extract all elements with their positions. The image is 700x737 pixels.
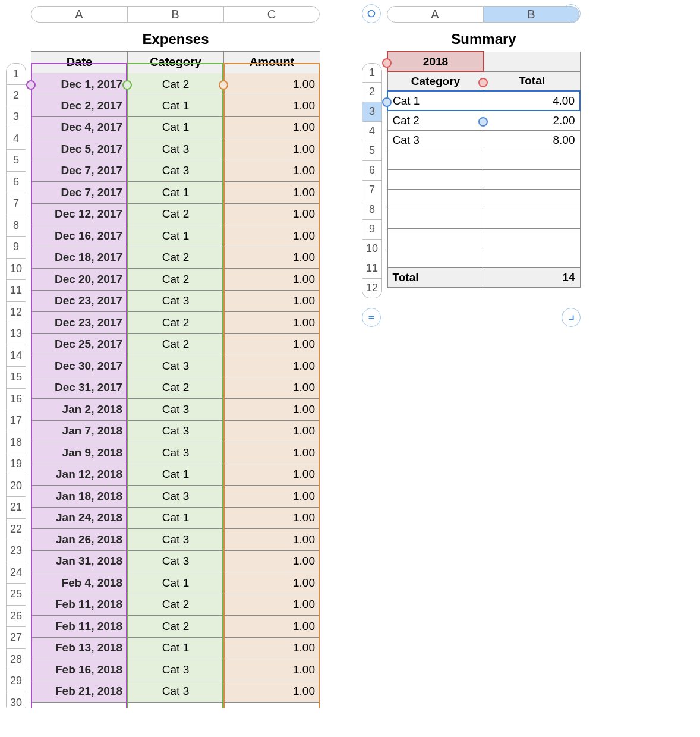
cell-category[interactable]: Cat 2 [128,312,224,334]
cell-category[interactable]: Cat 1 [128,182,224,204]
cell-amount[interactable]: 1.00 [224,681,320,703]
table-row[interactable]: Feb 11, 2018Cat 21.00 [31,594,320,616]
table-row[interactable]: Jan 24, 2018Cat 11.00 [31,507,320,529]
row-number[interactable]: 28 [6,649,26,671]
table-row[interactable]: Cat 22.00 [387,111,580,130]
table-row[interactable]: Jan 31, 2018Cat 31.00 [31,550,320,572]
cell-category[interactable]: Cat 3 [128,550,224,572]
cell-date[interactable]: Dec 2, 2017 [31,95,128,117]
cell-category[interactable]: Cat 2 [128,73,224,95]
cell-empty[interactable] [484,169,580,189]
cell-amount[interactable]: 1.00 [224,616,320,638]
table-row[interactable]: Total14 [387,267,580,287]
table-row[interactable]: Jan 7, 2018Cat 31.00 [31,420,320,442]
cell-amount[interactable]: 1.00 [224,290,320,312]
cell-date[interactable]: Dec 16, 2017 [31,225,128,247]
row-number[interactable]: 7 [362,181,382,200]
cell-category[interactable]: Cat 3 [128,160,224,182]
table-row[interactable]: Jan 26, 2018Cat 31.00 [31,529,320,551]
cell-category[interactable]: Cat 3 [128,486,224,508]
row-number[interactable]: 25 [6,584,26,606]
cell-amount[interactable]: 1.00 [224,160,320,182]
cell-category[interactable]: Cat 2 [387,111,484,130]
table-row[interactable]: Dec 4, 2017Cat 11.00 [31,116,320,138]
table-row[interactable] [387,150,580,169]
row-number[interactable]: 26 [6,606,26,628]
table-row[interactable]: Dec 30, 2017Cat 31.00 [31,355,320,377]
cell-amount[interactable]: 1.00 [224,659,320,681]
row-number[interactable]: 22 [6,519,26,541]
cell-date[interactable]: Jan 9, 2018 [31,442,128,464]
header-category[interactable]: Category [387,71,484,91]
cell-total[interactable]: 4.00 [484,91,580,111]
cell-empty[interactable] [484,52,580,71]
cell-amount[interactable]: 1.00 [224,464,320,486]
cell-empty[interactable] [387,209,484,228]
cell-date[interactable]: Dec 4, 2017 [31,116,128,138]
cell-empty[interactable] [484,189,580,209]
cell-date[interactable]: Dec 5, 2017 [31,138,128,160]
cell-date[interactable]: Jan 31, 2018 [31,550,128,572]
cell-amount[interactable]: 1.00 [224,182,320,204]
cell-empty[interactable] [484,248,580,267]
cell-empty[interactable] [387,150,484,169]
cell-amount[interactable]: 1.00 [224,225,320,247]
table-row[interactable] [387,209,580,228]
row-number[interactable]: 12 [362,279,382,298]
row-number[interactable]: 29 [6,670,26,692]
cell-amount[interactable]: 1.00 [224,572,320,594]
expenses-table[interactable]: Date Category Amount Dec 1, 2017Cat 21.0… [31,51,320,703]
cell-category[interactable]: Cat 1 [128,225,224,247]
row-number[interactable]: 13 [6,323,26,345]
cell-date[interactable]: Jan 2, 2018 [31,399,128,421]
row-number[interactable]: 8 [362,200,382,220]
table-row[interactable]: Jan 12, 2018Cat 11.00 [31,464,320,486]
expenses-header-row[interactable]: Date Category Amount [31,52,320,74]
table-row[interactable]: Dec 23, 2017Cat 31.00 [31,290,320,312]
row-number[interactable]: 18 [6,432,26,454]
row-number[interactable]: 8 [6,215,26,237]
cell-amount[interactable]: 1.00 [224,442,320,464]
table-row[interactable]: Feb 16, 2018Cat 31.00 [31,659,320,681]
cell-amount[interactable]: 1.00 [224,637,320,659]
table-row[interactable]: Feb 11, 2018Cat 21.00 [31,616,320,638]
cell-amount[interactable]: 1.00 [224,399,320,421]
cell-date[interactable]: Dec 23, 2017 [31,312,128,334]
cell-amount[interactable]: 1.00 [224,594,320,616]
cell-category[interactable]: Cat 2 [128,247,224,269]
row-number[interactable]: 15 [6,367,26,389]
row-number[interactable]: 24 [6,562,26,584]
row-number[interactable]: 5 [6,150,26,172]
cell-amount[interactable]: 1.00 [224,312,320,334]
cell-date[interactable]: Dec 7, 2017 [31,160,128,182]
cell-category[interactable]: Cat 1 [128,637,224,659]
row-number[interactable]: 3 [362,102,382,122]
cell-date[interactable]: Dec 23, 2017 [31,290,128,312]
row-number[interactable]: 30 [6,692,26,709]
cell-category[interactable]: Cat 1 [128,116,224,138]
cell-amount[interactable]: 1.00 [224,203,320,225]
cell-date[interactable]: Feb 11, 2018 [31,594,128,616]
cell-amount[interactable]: 1.00 [224,377,320,399]
cell-date[interactable]: Feb 11, 2018 [31,616,128,638]
table-row[interactable]: Dec 16, 2017Cat 11.00 [31,225,320,247]
footer-label[interactable]: Total [387,267,484,287]
corner-control-bottom-right[interactable] [562,308,581,327]
row-number[interactable]: 21 [6,497,26,519]
header-amount[interactable]: Amount [224,52,320,74]
cell-date[interactable]: Feb 4, 2018 [31,572,128,594]
row-number[interactable]: 19 [6,453,26,475]
footer-value[interactable]: 14 [484,267,580,287]
row-number[interactable]: 4 [6,128,26,150]
table-row[interactable]: Cat 38.00 [387,130,580,150]
cell-category[interactable]: Cat 3 [128,659,224,681]
row-number[interactable]: 1 [6,63,26,85]
cell-date[interactable]: Dec 18, 2017 [31,247,128,269]
cell-amount[interactable]: 1.00 [224,550,320,572]
cell-empty[interactable] [387,189,484,209]
row-number[interactable]: 10 [362,240,382,259]
row-number[interactable]: 27 [6,627,26,649]
cell-category[interactable]: Cat 2 [128,333,224,355]
cell-category[interactable]: Cat 3 [128,529,224,551]
cell-amount[interactable]: 1.00 [224,507,320,529]
